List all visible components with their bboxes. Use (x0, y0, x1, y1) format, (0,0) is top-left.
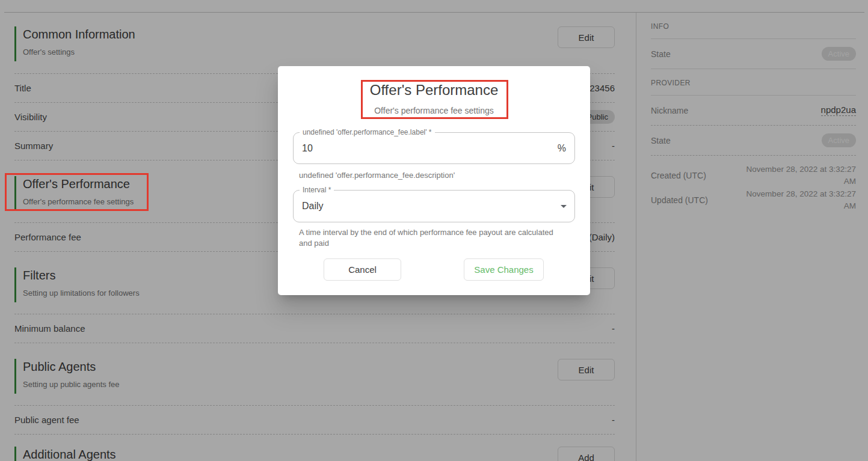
performance-fee-helper-text: undefined 'offer.performance_fee.descrip… (299, 170, 455, 181)
cancel-button[interactable]: Cancel (324, 258, 401, 281)
chevron-down-icon (561, 205, 567, 208)
interval-select[interactable]: Interval * Daily (293, 190, 575, 222)
percent-suffix: % (558, 143, 566, 154)
interval-selected-value: Daily (302, 201, 324, 212)
offers-performance-dialog: Offer's Performance Offer's performance … (278, 66, 590, 295)
performance-fee-input[interactable] (302, 133, 537, 163)
save-changes-button[interactable]: Save Changes (464, 258, 544, 281)
performance-fee-field: undefined 'offer.performance_fee.label' … (293, 132, 575, 164)
dialog-subtitle: Offer's performance fee settings (278, 106, 590, 115)
dialog-title: Offer's Performance (278, 82, 590, 99)
interval-select-label: Interval * (300, 186, 334, 194)
interval-helper-text: A time interval by the end of which perf… (299, 227, 558, 249)
